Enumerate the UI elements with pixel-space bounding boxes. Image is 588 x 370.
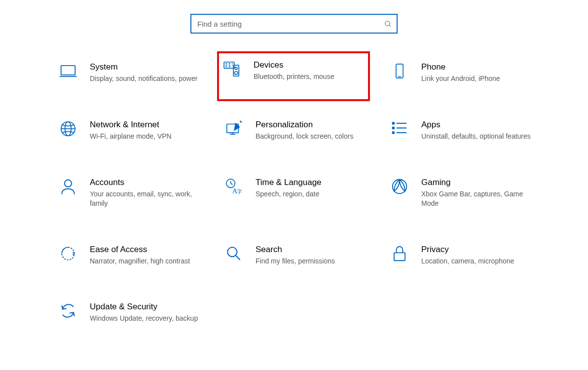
tile-text: Devices Bluetooth, printers, mouse	[254, 59, 365, 81]
system-icon	[58, 61, 78, 81]
ease-of-access-icon	[58, 244, 78, 263]
tile-network[interactable]: Network & Internet Wi-Fi, airplane mode,…	[55, 116, 208, 144]
tile-text: Accounts Your accounts, email, sync, wor…	[90, 177, 208, 208]
svg-line-34	[231, 183, 233, 184]
svg-point-14	[235, 67, 237, 70]
tile-desc: Speech, region, date	[256, 189, 374, 199]
tile-text: Gaming Xbox Game Bar, captures, Game Mod…	[421, 177, 540, 208]
svg-rect-25	[393, 122, 394, 124]
devices-icon	[222, 59, 242, 79]
search-icon	[379, 20, 397, 28]
tile-desc: Background, lock screen, colors	[256, 132, 374, 141]
tile-title: Time & Language	[256, 178, 374, 187]
tile-title: Ease of Access	[90, 245, 208, 255]
tile-phone[interactable]: Phone Link your Android, iPhone	[387, 58, 540, 86]
tile-desc: Windows Update, recovery, backup	[90, 314, 208, 323]
tile-text: System Display, sound, notifications, po…	[90, 61, 208, 83]
svg-rect-2	[61, 66, 75, 75]
globe-icon	[58, 119, 78, 139]
tile-desc: Link your Android, iPhone	[421, 74, 540, 83]
tile-update-security[interactable]: Update & Security Windows Update, recove…	[55, 298, 208, 326]
tile-desc: Uninstall, defaults, optional features	[421, 132, 540, 141]
svg-line-1	[389, 25, 391, 27]
tile-desc: Bluetooth, printers, mouse	[254, 72, 365, 81]
tile-title: Apps	[421, 120, 540, 130]
personalization-icon	[224, 119, 244, 139]
svg-rect-29	[393, 132, 394, 133]
tile-text: Privacy Location, camera, microphone	[421, 244, 540, 266]
tile-title: Phone	[421, 62, 540, 72]
tile-text: Phone Link your Android, iPhone	[421, 61, 540, 83]
tile-desc: Narrator, magnifier, high contrast	[90, 257, 208, 266]
tile-text: Apps Uninstall, defaults, optional featu…	[421, 119, 540, 141]
tile-title: Search	[256, 245, 374, 255]
search-input[interactable]	[191, 15, 379, 33]
tile-gaming[interactable]: Gaming Xbox Game Bar, captures, Game Mod…	[387, 174, 540, 211]
svg-point-38	[227, 247, 237, 257]
search-box[interactable]	[190, 14, 398, 34]
lock-icon	[390, 244, 409, 263]
tile-text: Network & Internet Wi-Fi, airplane mode,…	[90, 119, 208, 141]
tile-desc: Location, camera, microphone	[421, 257, 540, 266]
tile-desc: Your accounts, email, sync, work, family	[90, 189, 208, 208]
tile-text: Update & Security Windows Update, recove…	[90, 301, 208, 323]
tile-desc: Xbox Game Bar, captures, Game Mode	[421, 189, 540, 208]
tile-title: Personalization	[256, 120, 374, 130]
tile-personalization[interactable]: Personalization Background, lock screen,…	[221, 116, 374, 144]
tile-system[interactable]: System Display, sound, notifications, po…	[55, 58, 208, 86]
tile-apps[interactable]: Apps Uninstall, defaults, optional featu…	[387, 116, 540, 144]
settings-grid: System Display, sound, notifications, po…	[0, 58, 588, 326]
svg-point-31	[65, 180, 72, 186]
tile-title: Accounts	[90, 178, 208, 187]
svg-rect-40	[394, 253, 405, 260]
svg-line-24	[240, 121, 242, 122]
tile-text: Search Find my files, permissions	[256, 244, 374, 266]
tile-desc: Display, sound, notifications, power	[90, 74, 208, 83]
tile-accounts[interactable]: Accounts Your accounts, email, sync, wor…	[55, 174, 208, 211]
tile-text: Ease of Access Narrator, magnifier, high…	[90, 244, 208, 266]
svg-point-15	[235, 72, 238, 74]
phone-icon	[390, 61, 409, 81]
time-language-icon: A 字	[224, 177, 244, 196]
tile-time-language[interactable]: A 字 Time & Language Speech, region, date	[221, 174, 374, 211]
tile-privacy[interactable]: Privacy Location, camera, microphone	[387, 241, 540, 269]
tile-search[interactable]: Search Find my files, permissions	[221, 241, 374, 269]
update-icon	[58, 301, 78, 321]
magnifier-icon	[224, 244, 244, 263]
svg-line-39	[236, 256, 240, 260]
tile-title: Devices	[254, 60, 365, 70]
svg-text:字: 字	[237, 188, 242, 194]
apps-icon	[390, 119, 409, 139]
search-container	[0, 0, 588, 58]
svg-point-0	[385, 21, 389, 25]
tile-title: Network & Internet	[90, 120, 208, 130]
tile-text: Personalization Background, lock screen,…	[256, 119, 374, 141]
tile-title: Gaming	[421, 178, 540, 187]
gaming-icon	[390, 177, 409, 196]
accounts-icon	[58, 177, 78, 196]
tile-title: System	[90, 62, 208, 72]
tile-desc: Wi-Fi, airplane mode, VPN	[90, 132, 208, 141]
tile-text: Time & Language Speech, region, date	[256, 177, 374, 199]
tile-ease-of-access[interactable]: Ease of Access Narrator, magnifier, high…	[55, 241, 208, 269]
tile-devices[interactable]: Devices Bluetooth, printers, mouse	[217, 51, 370, 101]
tile-desc: Find my files, permissions	[256, 257, 374, 266]
svg-rect-16	[396, 64, 403, 78]
tile-title: Privacy	[421, 245, 540, 255]
svg-rect-27	[393, 127, 394, 129]
tile-title: Update & Security	[90, 302, 208, 312]
